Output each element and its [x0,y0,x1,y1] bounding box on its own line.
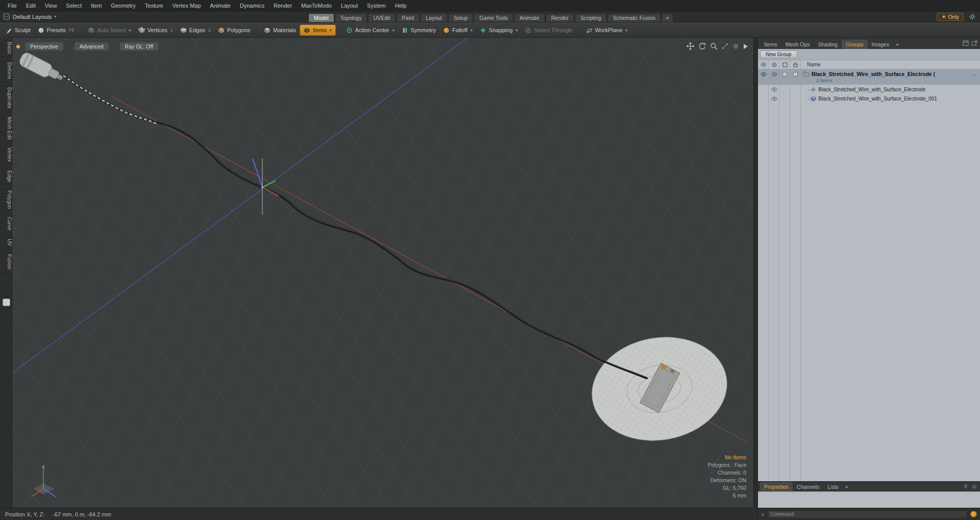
visibility-eye-icon[interactable] [761,72,767,77]
menu-animate[interactable]: Animate [205,3,235,9]
tab-setup[interactable]: Setup [448,13,473,22]
tab-mesh-ops[interactable]: Mesh Ops [781,40,814,49]
menu-system[interactable]: System [362,3,390,9]
viewport-options-gear-icon[interactable] [732,43,739,49]
tab-paint[interactable]: Paint [396,13,420,22]
render-toggle-icon[interactable] [772,62,777,67]
menu-file[interactable]: File [3,3,21,9]
tab-game-tools[interactable]: Game Tools [474,13,513,22]
tab-model[interactable]: Model [308,13,334,22]
select-toggle-icon[interactable] [782,62,788,67]
popover-palette-handle[interactable] [3,299,10,306]
viewport-play-icon[interactable] [743,43,748,49]
left-tab-polygon[interactable]: Polygon [0,186,12,213]
left-tab-curve[interactable]: Curve [0,213,12,235]
visibility-eye-icon[interactable] [771,96,777,101]
new-group-button[interactable]: New Group [760,51,797,58]
popout-panel-icon[interactable] [971,40,977,46]
tab-animate[interactable]: Animate [514,13,545,22]
workplane-button[interactable]: WorkPlane ▾ [582,24,631,36]
menu-dynamics[interactable]: Dynamics [235,3,269,9]
menu-geometry[interactable]: Geometry [106,3,140,9]
select-through-button[interactable]: Select Through [521,24,575,36]
edges-mode-button[interactable]: Edges 2 [177,24,214,36]
render-eye-icon[interactable] [771,72,777,77]
left-tab-duplicate[interactable]: Duplicate [0,83,12,113]
shading-mode-button[interactable]: Advanced [75,42,109,51]
panel-gear-icon[interactable] [971,484,977,490]
menu-select[interactable]: Select [61,3,86,9]
tab-channels[interactable]: Channels [793,482,823,491]
command-input[interactable] [767,510,967,518]
left-tab-mesh-edit[interactable]: Mesh Edit [0,113,12,143]
zoom-tool-icon[interactable] [710,42,718,50]
visibility-eye-icon[interactable] [761,62,767,67]
menu-texture[interactable]: Texture [140,3,168,9]
name-column-header[interactable]: Name [807,62,821,67]
left-tab-uv[interactable]: UV [0,235,12,250]
add-tab-button[interactable]: + [662,13,673,22]
tab-properties[interactable]: Properties [760,482,793,491]
panel-divider[interactable] [753,38,757,508]
lock-toggle-icon[interactable] [793,62,798,67]
auto-select-button[interactable]: Auto Select ▾ [84,24,134,36]
viewport-menu-dot[interactable] [16,45,20,48]
sculpt-button[interactable]: Sculpt [2,24,34,36]
settings-gear-icon[interactable] [969,13,976,20]
menu-maxtomodo[interactable]: MaxToModo [297,3,336,9]
visibility-eye-icon[interactable] [771,87,777,92]
add-panel-tab-button[interactable]: + [843,482,851,491]
orbit-tool-icon[interactable] [698,42,706,50]
vertices-mode-button[interactable]: Vertices 1 [135,24,177,36]
tab-render[interactable]: Render [546,13,574,22]
command-history-button[interactable] [970,511,977,517]
pan-tool-icon[interactable] [687,42,694,50]
tab-lists[interactable]: Lists [823,482,843,491]
menu-edit[interactable]: Edit [21,3,40,9]
left-tab-vertex[interactable]: Vertex [0,143,12,166]
tab-scripting[interactable]: Scripting [575,13,607,22]
presets-button[interactable]: Presets F6 [34,24,78,36]
layout-preset-dropdown[interactable]: Default Layouts ▾ [13,14,56,20]
menu-layout[interactable]: Layout [336,3,362,9]
only-toggle-button[interactable]: ★ Only [937,13,964,21]
left-tab-deform[interactable]: Deform [0,58,12,83]
menu-item[interactable]: Item [86,3,106,9]
group-row-electrode-group[interactable]: Black_Stretched_Wire_with_Surface_Electr… [758,69,980,85]
group-row-wire-item[interactable]: - Black_Stretched_Wire_with_Surface_Elec… [758,85,980,94]
tab-images[interactable]: Images [868,40,893,49]
polygons-mode-button[interactable]: Polygons [214,24,254,36]
action-center-button[interactable]: Action Center ▾ [342,24,398,36]
perspective-view-button[interactable]: Perspective [25,42,63,51]
group-row-wire-item-001[interactable]: - Black_Stretched_Wire_with_Surface_Elec… [758,94,980,103]
pin-panel-icon[interactable] [963,484,969,489]
toggle-checkbox[interactable] [782,72,787,77]
add-panel-tab-button[interactable]: + [893,40,901,49]
tab-shading[interactable]: Shading [814,40,842,49]
left-tab-edge[interactable]: Edge [0,166,12,186]
groups-list[interactable]: Name Black_Stretched_Wire_with_Surface_E… [758,60,980,481]
items-mode-button[interactable]: Items ▾ [300,24,336,36]
raygl-toggle-button[interactable]: Ray GL: Off [120,42,158,51]
snapping-button[interactable]: Snapping ▾ [476,24,522,36]
tab-items[interactable]: Items [760,40,781,49]
viewport-3d[interactable]: Perspective Advanced Ray GL: Off No Item… [12,38,753,508]
maximize-viewport-icon[interactable] [722,43,728,49]
menu-vertex-map[interactable]: Vertex Map [168,3,206,9]
tab-topology[interactable]: Topology [335,13,368,22]
falloff-button[interactable]: Falloff ▾ [439,24,476,36]
expand-panel-icon[interactable] [963,40,969,46]
tab-groups[interactable]: Groups [842,40,867,49]
menu-help[interactable]: Help [390,3,411,9]
wire-connector-plug[interactable] [18,51,65,85]
menu-view[interactable]: View [40,3,62,9]
symmetry-button[interactable]: Symmetry [398,24,440,36]
toggle-checkbox[interactable] [793,72,798,77]
materials-mode-button[interactable]: Materials [260,24,300,36]
menu-render[interactable]: Render [269,3,297,9]
tab-layout[interactable]: Layout [420,13,448,22]
tab-uvedit[interactable]: UVEdit [368,13,396,22]
layout-switch-icon[interactable] [3,13,10,20]
left-tab-basic[interactable]: Basic [0,38,12,58]
electrode-patch[interactable] [584,327,736,451]
